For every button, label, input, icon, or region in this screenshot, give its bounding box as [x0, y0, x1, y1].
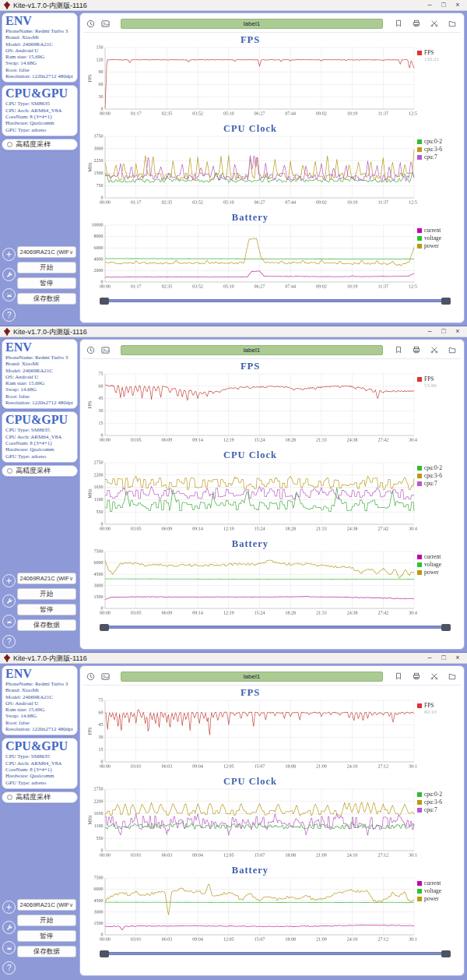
- image-icon[interactable]: [100, 671, 111, 682]
- spec-line: Ram size: 15.69G: [5, 380, 74, 386]
- slider-track[interactable]: [102, 952, 448, 955]
- legend-label: cpu:7: [424, 153, 437, 160]
- slider-handle-left[interactable]: [100, 624, 109, 631]
- android-icon[interactable]: [2, 288, 16, 301]
- folder-icon[interactable]: [446, 671, 458, 682]
- label-banner[interactable]: label1: [121, 672, 383, 682]
- close-button[interactable]: ×: [451, 326, 464, 337]
- env-card: ENV PhoneName: Redmi Turbo 3Brand: XiaoM…: [2, 665, 78, 735]
- time-range-slider[interactable]: [102, 296, 448, 305]
- icon-rail: ?: [2, 899, 17, 975]
- image-icon[interactable]: [100, 344, 111, 355]
- pause-button[interactable]: 暂停: [17, 277, 76, 289]
- scissors-icon[interactable]: [428, 18, 440, 29]
- pause-button[interactable]: 暂停: [17, 930, 76, 942]
- high-precision-sampling-toggle[interactable]: 高精度采样: [2, 465, 78, 477]
- slider-handle-right[interactable]: [441, 298, 451, 305]
- legend-item: voltage: [417, 234, 461, 241]
- cpu-clock-chart-canvas: [83, 134, 417, 209]
- spec-line: Hardware: Qualcomm: [5, 120, 74, 126]
- close-button[interactable]: ×: [451, 0, 464, 10]
- capture-icon[interactable]: [85, 344, 97, 355]
- print-icon[interactable]: [410, 18, 422, 29]
- capture-icon[interactable]: [85, 671, 97, 682]
- title-bar: Kite-v1.7.0-内测版-1116 – □ ×: [0, 326, 467, 337]
- legend-item: voltage: [417, 561, 461, 568]
- legend-label: FPS: [424, 49, 434, 56]
- device-select[interactable]: 24069RA21C (WIF ∨: [17, 246, 76, 258]
- bookmark-icon[interactable]: [392, 344, 404, 355]
- scissors-icon[interactable]: [428, 344, 440, 355]
- save-data-button[interactable]: 保存数据: [17, 293, 76, 305]
- cpu-clock-chart: CPU Clock cpu:0-2cpu:3-6cpu:7: [83, 123, 461, 209]
- high-precision-sampling-toggle[interactable]: 高精度采样: [2, 139, 78, 150]
- cpugpu-card: CPU&GPU CPU Type: SM8635CPU Arch: ARM64_…: [2, 411, 78, 462]
- spec-line: Swap: 14.68G: [5, 60, 74, 66]
- capture-icon[interactable]: [85, 18, 97, 29]
- chart-panel: label1: [79, 12, 465, 323]
- scissors-icon[interactable]: [428, 671, 440, 682]
- minimize-button[interactable]: –: [423, 653, 436, 663]
- print-icon[interactable]: [410, 344, 422, 355]
- save-data-button[interactable]: 保存数据: [17, 946, 76, 957]
- legend-item: FPS120.21: [417, 49, 461, 62]
- slider-handle-right[interactable]: [441, 950, 451, 957]
- wrench-icon[interactable]: [2, 921, 16, 934]
- bookmark-icon[interactable]: [392, 18, 404, 29]
- label-banner[interactable]: label1: [121, 19, 383, 29]
- spec-line: Swap: 14.68G: [5, 713, 74, 719]
- wrench-icon[interactable]: [2, 594, 16, 608]
- legend-item: voltage: [417, 887, 461, 894]
- add-icon[interactable]: [2, 901, 16, 914]
- minimize-button[interactable]: –: [423, 326, 436, 337]
- bookmark-icon[interactable]: [392, 671, 404, 682]
- add-icon[interactable]: [2, 574, 16, 587]
- spec-line: OS: Android U: [5, 374, 74, 380]
- time-range-slider[interactable]: [102, 622, 448, 632]
- chevron-down-icon: ∨: [69, 249, 73, 256]
- maximize-button[interactable]: □: [437, 0, 450, 10]
- print-icon[interactable]: [410, 671, 422, 682]
- folder-icon[interactable]: [446, 18, 458, 29]
- legend-swatch-icon: [417, 481, 422, 486]
- legend-label: voltage: [424, 561, 441, 568]
- close-button[interactable]: ×: [451, 653, 464, 663]
- slider-handle-right[interactable]: [441, 624, 451, 631]
- minimize-button[interactable]: –: [423, 0, 436, 10]
- folder-icon[interactable]: [446, 344, 458, 355]
- slider-track[interactable]: [102, 299, 448, 302]
- high-precision-sampling-toggle[interactable]: 高精度采样: [2, 791, 78, 803]
- fps-chart-canvas: [83, 698, 417, 773]
- time-range-slider[interactable]: [102, 949, 448, 958]
- android-icon[interactable]: [2, 941, 16, 954]
- slider-track[interactable]: [102, 626, 448, 629]
- wrench-icon[interactable]: [2, 268, 16, 281]
- title-bar: Kite-v1.7.0-内测版-1116 – □ ×: [0, 0, 467, 11]
- maximize-button[interactable]: □: [437, 326, 450, 337]
- image-icon[interactable]: [100, 18, 111, 29]
- help-icon[interactable]: ?: [2, 961, 16, 975]
- radio-icon[interactable]: [7, 468, 12, 474]
- help-icon[interactable]: ?: [2, 635, 16, 648]
- help-icon[interactable]: ?: [2, 308, 16, 322]
- slider-handle-left[interactable]: [100, 950, 109, 957]
- radio-icon[interactable]: [7, 795, 12, 800]
- battery-chart-canvas: [83, 223, 417, 293]
- start-button[interactable]: 开始: [17, 262, 76, 273]
- start-button[interactable]: 开始: [17, 588, 76, 600]
- android-icon[interactable]: [2, 615, 16, 628]
- maximize-button[interactable]: □: [437, 653, 450, 663]
- legend-item: power: [417, 242, 461, 249]
- radio-icon[interactable]: [7, 142, 12, 147]
- device-select[interactable]: 24069RA21C (WIF ∨: [17, 573, 76, 584]
- save-data-button[interactable]: 保存数据: [17, 619, 76, 631]
- label-banner[interactable]: label1: [121, 345, 383, 355]
- sidebar: ENV PhoneName: Redmi Turbo 3Brand: XiaoM…: [0, 664, 79, 979]
- device-select[interactable]: 24069RA21C (WIF ∨: [17, 899, 76, 911]
- pause-button[interactable]: 暂停: [17, 604, 76, 615]
- cpugpu-title: CPU&GPU: [5, 86, 74, 100]
- legend-item: power: [417, 569, 461, 576]
- slider-handle-left[interactable]: [100, 298, 109, 305]
- add-icon[interactable]: [2, 248, 16, 261]
- start-button[interactable]: 开始: [17, 915, 76, 926]
